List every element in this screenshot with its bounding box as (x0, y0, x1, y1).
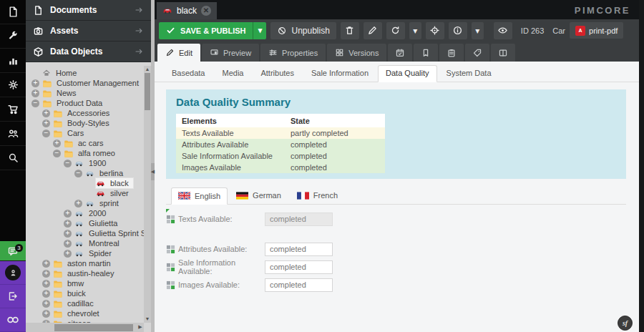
tree-item-product-data[interactable]: −Product Data (26, 98, 144, 108)
data-tab-attributes[interactable]: Attributes (253, 65, 301, 82)
field-input-images-available[interactable] (265, 278, 333, 292)
field-input-sale-information-available[interactable] (265, 260, 333, 274)
tree-vscroll-thumb[interactable] (145, 73, 150, 110)
tree-item-berlina[interactable]: −berlina (26, 168, 144, 178)
plus-expander-icon[interactable]: + (64, 210, 72, 218)
unpublish-button[interactable]: Unpublish (270, 22, 336, 39)
tree-item-body-styles[interactable]: +Body-Styles (26, 118, 144, 128)
reports-tab-tab[interactable] (491, 44, 515, 62)
data-tab-media[interactable]: Media (214, 65, 251, 82)
settings-rail-button[interactable] (0, 73, 26, 97)
minus-expander-icon[interactable]: − (64, 160, 72, 167)
reports-rail-button[interactable] (0, 49, 26, 73)
field-input-texts-available[interactable] (265, 213, 333, 226)
reload-options-caret[interactable]: ▾ (409, 22, 421, 39)
tree-item-giulietta[interactable]: +Giulietta (26, 218, 144, 228)
info-options-caret[interactable]: ▾ (472, 22, 484, 39)
plus-expander-icon[interactable]: + (31, 79, 39, 87)
tree-vertical-scrollbar[interactable]: ▲ ▼ (144, 66, 151, 323)
open-object-tab[interactable]: black ✕ (157, 2, 217, 19)
plus-expander-icon[interactable]: + (64, 240, 72, 248)
collapse-sidebar-icon[interactable]: ◀ (151, 163, 155, 180)
view-tab-versions[interactable]: Versions (327, 44, 386, 62)
tree-item-2000[interactable]: +2000 (26, 208, 144, 218)
data-tab-data-quality[interactable]: Data Quality (378, 65, 437, 82)
save-options-caret-icon[interactable]: ▾ (253, 22, 266, 39)
tools-rail-button[interactable] (0, 24, 26, 49)
delete-button[interactable] (341, 22, 359, 39)
bookmark-tab-tab[interactable] (414, 44, 438, 62)
tree-item-chevrolet[interactable]: +chevrolet (26, 308, 144, 318)
accordion-data-objects[interactable]: Data Objects (26, 42, 151, 62)
symfony-debug-badge[interactable]: sf (618, 316, 633, 331)
panel-splitter[interactable]: ◀ (151, 0, 155, 332)
scroll-down-icon[interactable]: ▼ (144, 316, 151, 323)
scroll-right-icon[interactable]: ▶ (137, 323, 144, 331)
info-button[interactable] (449, 22, 467, 39)
tree-item-ac-cars[interactable]: +ac cars (26, 138, 144, 148)
view-tab-edit[interactable]: Edit (157, 44, 200, 62)
minus-expander-icon[interactable]: − (74, 170, 82, 177)
tree-item-montreal[interactable]: +Montreal (26, 238, 144, 248)
plus-expander-icon[interactable]: + (42, 260, 50, 268)
schedule-tab-tab[interactable] (388, 44, 412, 62)
plus-expander-icon[interactable]: + (64, 220, 72, 228)
scroll-up-icon[interactable]: ▲ (144, 66, 151, 73)
plus-expander-icon[interactable]: + (42, 310, 50, 318)
plus-expander-icon[interactable]: + (31, 89, 39, 97)
tree-item-home[interactable]: Home (26, 68, 144, 78)
tree-item-news[interactable]: +News (26, 88, 144, 98)
tree-item-silver[interactable]: silver (26, 188, 144, 198)
print-pdf-button[interactable]: A print-pdf (570, 22, 623, 39)
minus-expander-icon[interactable]: − (42, 130, 50, 137)
rename-button[interactable] (364, 22, 382, 39)
close-tab-icon[interactable]: ✕ (201, 6, 211, 16)
tree-item-aston-martin[interactable]: +aston martin (26, 258, 144, 268)
accordion-documents[interactable]: Documents (26, 0, 151, 21)
tree-item-austin-healey[interactable]: +austin-healey (26, 268, 144, 278)
tree-item-cadillac[interactable]: +cadillac (26, 298, 144, 308)
plus-expander-icon[interactable]: + (42, 300, 50, 308)
tree-item-black[interactable]: black (26, 178, 144, 188)
minus-expander-icon[interactable]: − (53, 150, 61, 157)
minus-expander-icon[interactable]: − (31, 99, 39, 107)
ecommerce-rail-button[interactable] (0, 97, 26, 122)
documents-rail-button[interactable] (0, 0, 26, 24)
notes-tab-tab[interactable] (439, 44, 464, 62)
tree-horizontal-scrollbar[interactable]: ▶ (26, 323, 144, 332)
view-tab-properties[interactable]: Properties (260, 44, 326, 62)
tree-item-spider[interactable]: +Spider (26, 248, 144, 258)
locate-in-tree-button[interactable] (426, 22, 444, 39)
plus-expander-icon[interactable]: + (42, 119, 50, 127)
language-tab-english[interactable]: English (171, 187, 228, 205)
plus-expander-icon[interactable]: + (42, 290, 50, 298)
pimcore-logo-button[interactable] (0, 308, 26, 332)
notifications-rail-button[interactable]: 3 (0, 241, 26, 261)
user-rail-button[interactable] (0, 261, 26, 285)
data-tab-basedata[interactable]: Basedata (164, 65, 213, 82)
language-tab-french[interactable]: French (290, 187, 345, 204)
tree-item-alfa-romeo[interactable]: −alfa romeo (26, 148, 144, 158)
view-tab-preview[interactable]: Preview (202, 44, 259, 62)
tree-item-customer-management[interactable]: +Customer Management (26, 78, 144, 88)
tags-tab-tab[interactable] (465, 44, 489, 62)
tree-item-sprint[interactable]: +sprint (26, 198, 144, 208)
plus-expander-icon[interactable]: + (42, 270, 50, 278)
accordion-assets[interactable]: Assets (26, 21, 151, 42)
tree-item-buick[interactable]: +buick (26, 288, 144, 298)
tree-item-accessories[interactable]: +Accessories (26, 108, 144, 118)
plus-expander-icon[interactable]: + (42, 109, 50, 117)
tree-item-1900[interactable]: −1900 (26, 158, 144, 168)
reload-button[interactable] (386, 22, 405, 39)
data-tab-system-data[interactable]: System Data (439, 65, 499, 82)
plus-expander-icon[interactable]: + (64, 250, 72, 258)
plus-expander-icon[interactable]: + (74, 200, 82, 208)
logout-rail-button[interactable] (0, 285, 26, 308)
tree-hscroll-thumb[interactable] (54, 324, 133, 331)
tree-item-gulietta-sprint-specia[interactable]: +Gulietta Sprint Specia (26, 228, 144, 238)
field-input-attributes-available[interactable] (265, 243, 333, 256)
save-and-publish-button[interactable]: SAVE & PUBLISH ▾ (159, 22, 266, 39)
open-preview-button[interactable] (494, 22, 512, 39)
customers-rail-button[interactable] (0, 122, 26, 146)
plus-expander-icon[interactable]: + (64, 230, 72, 238)
